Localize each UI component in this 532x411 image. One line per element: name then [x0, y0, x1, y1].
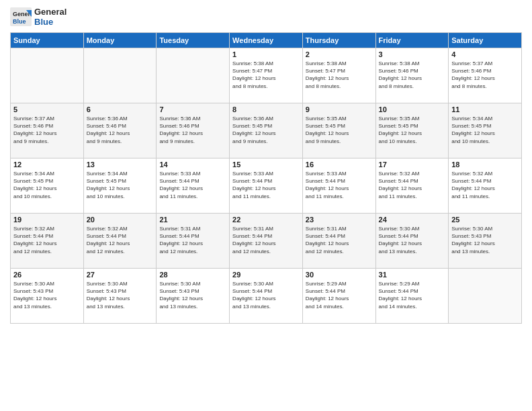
day-number: 16 [306, 161, 373, 169]
day-info: Sunrise: 5:34 AM Sunset: 5:45 PM Dayligh… [451, 115, 519, 145]
day-info: Sunrise: 5:36 AM Sunset: 5:46 PM Dayligh… [87, 115, 154, 145]
calendar-week-row: 1Sunrise: 5:38 AM Sunset: 5:47 PM Daylig… [11, 48, 522, 103]
day-info: Sunrise: 5:38 AM Sunset: 5:47 PM Dayligh… [306, 60, 373, 90]
day-number: 3 [379, 50, 446, 58]
logo-text: General Blue [34, 7, 66, 27]
day-number: 12 [13, 161, 81, 169]
calendar-cell: 22Sunrise: 5:31 AM Sunset: 5:44 PM Dayli… [230, 214, 303, 269]
day-number: 20 [87, 216, 154, 224]
header-row: SundayMondayTuesdayWednesdayThursdayFrid… [11, 33, 522, 48]
day-number: 22 [232, 216, 300, 224]
day-number: 26 [13, 271, 81, 279]
day-info: Sunrise: 5:33 AM Sunset: 5:44 PM Dayligh… [232, 170, 300, 200]
day-info: Sunrise: 5:30 AM Sunset: 5:43 PM Dayligh… [451, 225, 519, 255]
calendar-cell [83, 48, 157, 103]
day-number: 27 [87, 271, 154, 279]
calendar-cell: 5Sunrise: 5:37 AM Sunset: 5:46 PM Daylig… [11, 103, 84, 158]
calendar-week-row: 5Sunrise: 5:37 AM Sunset: 5:46 PM Daylig… [11, 103, 522, 158]
day-info: Sunrise: 5:34 AM Sunset: 5:45 PM Dayligh… [13, 170, 81, 200]
calendar-cell: 16Sunrise: 5:33 AM Sunset: 5:44 PM Dayli… [302, 158, 375, 214]
weekday-header: Friday [375, 33, 449, 48]
calendar-cell: 6Sunrise: 5:36 AM Sunset: 5:46 PM Daylig… [83, 103, 157, 158]
calendar-week-row: 19Sunrise: 5:32 AM Sunset: 5:44 PM Dayli… [11, 214, 522, 269]
day-number: 19 [13, 216, 81, 224]
day-number: 17 [379, 161, 446, 169]
calendar-cell: 30Sunrise: 5:29 AM Sunset: 5:44 PM Dayli… [302, 269, 375, 324]
calendar-week-row: 26Sunrise: 5:30 AM Sunset: 5:43 PM Dayli… [11, 269, 522, 324]
day-info: Sunrise: 5:36 AM Sunset: 5:45 PM Dayligh… [232, 115, 300, 145]
svg-text:Blue: Blue [13, 18, 26, 25]
day-number: 4 [451, 50, 519, 58]
day-number: 25 [451, 216, 519, 224]
day-number: 13 [87, 161, 154, 169]
day-info: Sunrise: 5:31 AM Sunset: 5:44 PM Dayligh… [306, 225, 373, 255]
day-info: Sunrise: 5:30 AM Sunset: 5:43 PM Dayligh… [13, 280, 81, 310]
day-number: 21 [159, 216, 226, 224]
day-number: 7 [159, 105, 226, 113]
day-info: Sunrise: 5:38 AM Sunset: 5:46 PM Dayligh… [379, 60, 446, 90]
calendar-cell: 15Sunrise: 5:33 AM Sunset: 5:44 PM Dayli… [230, 158, 303, 214]
calendar-cell: 25Sunrise: 5:30 AM Sunset: 5:43 PM Dayli… [449, 214, 522, 269]
calendar-cell: 27Sunrise: 5:30 AM Sunset: 5:43 PM Dayli… [83, 269, 157, 324]
day-number: 23 [306, 216, 373, 224]
day-info: Sunrise: 5:35 AM Sunset: 5:45 PM Dayligh… [306, 115, 373, 145]
logo: General Blue General Blue [10, 7, 66, 27]
calendar-cell: 1Sunrise: 5:38 AM Sunset: 5:47 PM Daylig… [230, 48, 303, 103]
day-number: 2 [306, 50, 373, 58]
calendar-cell: 28Sunrise: 5:30 AM Sunset: 5:43 PM Dayli… [157, 269, 230, 324]
day-number: 8 [232, 105, 300, 113]
day-number: 29 [232, 271, 300, 279]
weekday-header: Tuesday [157, 33, 230, 48]
calendar-cell: 20Sunrise: 5:32 AM Sunset: 5:44 PM Dayli… [83, 214, 157, 269]
day-info: Sunrise: 5:30 AM Sunset: 5:44 PM Dayligh… [379, 225, 446, 255]
calendar-cell: 4Sunrise: 5:37 AM Sunset: 5:46 PM Daylig… [449, 48, 522, 103]
calendar-cell: 18Sunrise: 5:32 AM Sunset: 5:44 PM Dayli… [449, 158, 522, 214]
day-info: Sunrise: 5:30 AM Sunset: 5:44 PM Dayligh… [232, 280, 300, 310]
day-number: 15 [232, 161, 300, 169]
calendar-cell: 11Sunrise: 5:34 AM Sunset: 5:45 PM Dayli… [449, 103, 522, 158]
day-info: Sunrise: 5:36 AM Sunset: 5:46 PM Dayligh… [159, 115, 226, 145]
day-info: Sunrise: 5:37 AM Sunset: 5:46 PM Dayligh… [451, 60, 519, 90]
calendar-week-row: 12Sunrise: 5:34 AM Sunset: 5:45 PM Dayli… [11, 158, 522, 214]
day-info: Sunrise: 5:29 AM Sunset: 5:44 PM Dayligh… [306, 280, 373, 310]
day-info: Sunrise: 5:37 AM Sunset: 5:46 PM Dayligh… [13, 115, 81, 145]
calendar-table: SundayMondayTuesdayWednesdayThursdayFrid… [10, 32, 522, 324]
calendar-cell: 17Sunrise: 5:32 AM Sunset: 5:44 PM Dayli… [375, 158, 449, 214]
day-info: Sunrise: 5:30 AM Sunset: 5:43 PM Dayligh… [87, 280, 154, 310]
calendar-cell: 26Sunrise: 5:30 AM Sunset: 5:43 PM Dayli… [11, 269, 84, 324]
calendar-cell: 10Sunrise: 5:35 AM Sunset: 5:45 PM Dayli… [375, 103, 449, 158]
day-number: 18 [451, 161, 519, 169]
day-info: Sunrise: 5:30 AM Sunset: 5:43 PM Dayligh… [159, 280, 226, 310]
day-info: Sunrise: 5:32 AM Sunset: 5:44 PM Dayligh… [87, 225, 154, 255]
day-info: Sunrise: 5:38 AM Sunset: 5:47 PM Dayligh… [232, 60, 300, 90]
day-number: 14 [159, 161, 226, 169]
calendar-cell: 24Sunrise: 5:30 AM Sunset: 5:44 PM Dayli… [375, 214, 449, 269]
day-number: 1 [232, 50, 300, 58]
calendar-cell: 7Sunrise: 5:36 AM Sunset: 5:46 PM Daylig… [157, 103, 230, 158]
logo-icon: General Blue [10, 7, 32, 26]
weekday-header: Wednesday [230, 33, 303, 48]
day-number: 31 [379, 271, 446, 279]
day-info: Sunrise: 5:32 AM Sunset: 5:44 PM Dayligh… [451, 170, 519, 200]
calendar-cell: 8Sunrise: 5:36 AM Sunset: 5:45 PM Daylig… [230, 103, 303, 158]
calendar-page: General Blue General Blue SundayMondayTu… [0, 0, 532, 411]
weekday-header: Thursday [302, 33, 375, 48]
calendar-cell: 21Sunrise: 5:31 AM Sunset: 5:44 PM Dayli… [157, 214, 230, 269]
calendar-cell: 13Sunrise: 5:34 AM Sunset: 5:45 PM Dayli… [83, 158, 157, 214]
header: General Blue General Blue [10, 7, 522, 27]
day-number: 5 [13, 105, 81, 113]
calendar-cell: 29Sunrise: 5:30 AM Sunset: 5:44 PM Dayli… [230, 269, 303, 324]
day-info: Sunrise: 5:35 AM Sunset: 5:45 PM Dayligh… [379, 115, 446, 145]
calendar-cell: 19Sunrise: 5:32 AM Sunset: 5:44 PM Dayli… [11, 214, 84, 269]
day-number: 11 [451, 105, 519, 113]
day-number: 24 [379, 216, 446, 224]
day-info: Sunrise: 5:32 AM Sunset: 5:44 PM Dayligh… [379, 170, 446, 200]
calendar-cell: 3Sunrise: 5:38 AM Sunset: 5:46 PM Daylig… [375, 48, 449, 103]
day-number: 10 [379, 105, 446, 113]
day-info: Sunrise: 5:32 AM Sunset: 5:44 PM Dayligh… [13, 225, 81, 255]
weekday-header: Monday [83, 33, 157, 48]
weekday-header: Sunday [11, 33, 84, 48]
day-info: Sunrise: 5:34 AM Sunset: 5:45 PM Dayligh… [87, 170, 154, 200]
day-number: 9 [306, 105, 373, 113]
day-number: 28 [159, 271, 226, 279]
